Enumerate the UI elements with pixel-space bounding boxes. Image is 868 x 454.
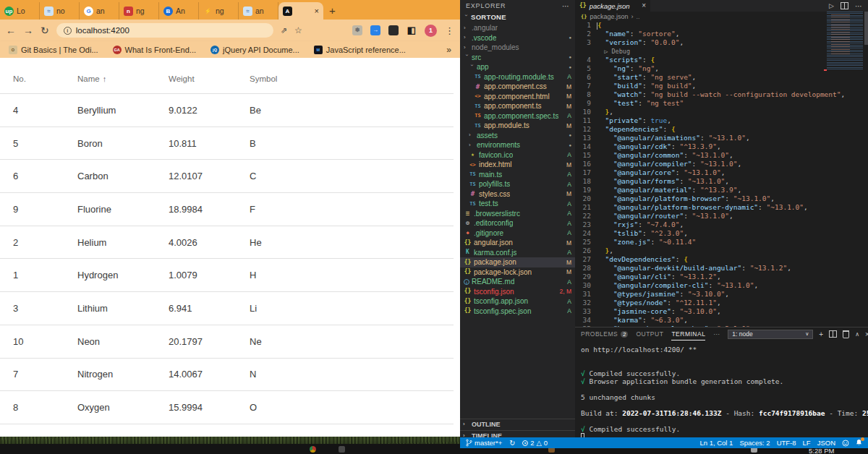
git-branch-item[interactable]: master*+ (466, 439, 502, 447)
breadcrumb-item[interactable]: package.json (590, 13, 628, 20)
share-icon[interactable]: ⇗ (281, 26, 287, 35)
tree-folder-.angular[interactable]: ›.angular (460, 23, 575, 33)
browser-tab[interactable]: nng (119, 2, 159, 20)
browser-tab-active[interactable]: A× (278, 2, 323, 20)
tab-close-icon[interactable]: × (315, 7, 319, 15)
browser-tab[interactable]: upLo (0, 2, 40, 20)
tree-folder-app[interactable]: ›app● (460, 62, 575, 72)
tree-file-app-routing.module.ts[interactable]: TSapp-routing.module.tsA (460, 72, 575, 82)
bookmark-item[interactable]: GAWhat Is Front-End... (113, 46, 196, 54)
tree-file-.browserslistrc[interactable]: ≡.browserslistrcA (460, 209, 575, 219)
tree-folder-.vscode[interactable]: ›.vscode● (460, 33, 575, 43)
tree-folder-assets[interactable]: ›assets● (460, 131, 575, 141)
status-indentation[interactable]: Spaces: 2 (739, 439, 770, 447)
bookmark-item[interactable]: jQjQuery API Docume... (210, 46, 299, 54)
tree-file-test.ts[interactable]: TStest.tsA (460, 199, 575, 209)
status-cursor-position[interactable]: Ln 1, Col 1 (699, 439, 733, 447)
tab-package-json[interactable]: {} package.json × (575, 0, 650, 12)
column-header-weight[interactable]: Weight (168, 64, 249, 94)
tree-file-app.component.css[interactable]: #app.component.cssM (460, 82, 575, 92)
site-info-icon[interactable]: i (64, 27, 72, 35)
kill-terminal-icon[interactable] (843, 330, 849, 338)
feedback-smiley-icon[interactable] (842, 440, 849, 447)
reload-icon[interactable]: ↻ (41, 25, 49, 36)
tree-file-favicon.ico[interactable]: ★favicon.icoA (460, 150, 575, 160)
tree-file-angular.json[interactable]: {}angular.jsonM (460, 238, 575, 248)
tree-file-app.component.html[interactable]: <>app.component.htmlM (460, 92, 575, 102)
bookmark-star-icon[interactable]: ☆ (294, 25, 302, 35)
column-header-no[interactable]: No. (0, 64, 77, 94)
tab-close-icon[interactable]: × (642, 2, 646, 9)
status-eol[interactable]: LF (803, 439, 811, 447)
tree-file-package-lock.json[interactable]: {}package-lock.jsonM (460, 267, 575, 278)
close-panel-icon[interactable]: × (865, 330, 868, 338)
notifications-bell[interactable] (856, 439, 862, 447)
side-panel-icon[interactable]: ◧ (407, 25, 417, 35)
browser-tab[interactable]: ⚡ng (199, 2, 239, 20)
editor-more-icon[interactable]: ⋯ (855, 2, 862, 10)
chrome-taskbar-icon[interactable] (310, 446, 316, 453)
tree-file-app.component.spec.ts[interactable]: TSapp.component.spec.tsA (460, 111, 575, 121)
tab-output[interactable]: OUTPUT (636, 327, 663, 340)
tree-file-tsconfig.json[interactable]: {}tsconfig.json2, M (460, 287, 575, 297)
outline-section[interactable]: › OUTLINE (460, 419, 575, 429)
explorer-more-icon[interactable]: ⋯ (562, 2, 569, 10)
extensions-puzzle-icon[interactable]: ▪ (388, 25, 399, 35)
tree-file-.editorconfig[interactable]: ⚙.editorconfigA (460, 218, 575, 228)
tree-file-app.component.ts[interactable]: TSapp.component.tsM (460, 101, 575, 111)
workspace-section[interactable]: › SORTONE (460, 12, 575, 22)
tree-file-styles.css[interactable]: #styles.cssM (460, 189, 575, 200)
bookmark-item[interactable]: MJavaScript reference... (314, 46, 406, 54)
browser-tab[interactable]: BAn (159, 2, 199, 20)
column-header-symbol[interactable]: Symbol (249, 64, 454, 94)
terminal-output[interactable]: on http://localhost:4200/ **√ Compiled s… (581, 346, 862, 441)
bookmarks-overflow-icon[interactable]: » (446, 45, 451, 55)
forward-icon[interactable]: → (23, 25, 33, 36)
tree-file-.gitignore[interactable]: ◆.gitignoreA (460, 228, 575, 239)
tree-file-main.ts[interactable]: TSmain.tsA (460, 170, 575, 180)
status-encoding[interactable]: UTF-8 (777, 439, 796, 447)
back-icon[interactable]: ← (6, 25, 16, 36)
tree-file-app.module.ts[interactable]: TSapp.module.tsM (460, 121, 575, 131)
sync-item[interactable]: ↻ (509, 439, 515, 447)
profile-avatar[interactable]: 1 (425, 25, 437, 37)
problems-item[interactable]: × 2 △ 0 (522, 439, 548, 447)
editor-scrollbar[interactable] (864, 12, 868, 45)
tree-file-package.json[interactable]: {}package.jsonM (460, 257, 575, 267)
chrome-menu-icon[interactable]: ⋮ (445, 25, 454, 36)
minimap[interactable] (827, 12, 863, 69)
bookmark-item[interactable]: OGit Basics | The Odi... (9, 46, 98, 54)
timeline-section[interactable]: › TIMELINE (460, 430, 575, 437)
tree-file-tsconfig.app.json[interactable]: {}tsconfig.app.jsonA (460, 296, 575, 307)
terminal-shell-select[interactable]: 1: node ∨ (728, 330, 813, 339)
extension-icon[interactable]: → (370, 25, 380, 35)
breadcrumb[interactable]: {} package.json › .. (575, 12, 868, 21)
tree-folder-environments[interactable]: ›environments● (460, 140, 575, 150)
tree-file-tsconfig.spec.json[interactable]: {}tsconfig.spec.jsonA (460, 307, 575, 317)
tab-terminal[interactable]: TERMINAL (671, 327, 705, 340)
taskbar-app-icon[interactable] (339, 446, 345, 453)
browser-tab[interactable]: ≈an (239, 2, 278, 20)
extension-icon[interactable]: ✽ (352, 25, 362, 35)
address-bar[interactable]: i localhost:4200 (56, 23, 273, 38)
maximize-panel-icon[interactable]: ∧ (855, 331, 859, 338)
browser-tab[interactable]: Gan (80, 2, 119, 20)
code-editor[interactable]: 1{2 "name": "sortore",3 "version": "0.0.… (575, 21, 868, 327)
panel-more-icon[interactable]: ⋯ (713, 327, 720, 340)
split-terminal-icon[interactable] (829, 330, 837, 338)
tree-file-karma.conf.js[interactable]: Kkarma.conf.jsA (460, 248, 575, 258)
tab-problems[interactable]: PROBLEMS 2 (581, 327, 628, 340)
tree-file-polyfills.ts[interactable]: TSpolyfills.tsA (460, 179, 575, 189)
new-tab-button[interactable]: + (329, 5, 336, 16)
tree-file-README.md[interactable]: iREADME.mdA (460, 277, 575, 287)
browser-tab[interactable]: ≈no (40, 2, 80, 20)
new-terminal-icon[interactable]: + (819, 330, 823, 338)
status-language-mode[interactable]: JSON (817, 439, 835, 447)
tree-file-index.html[interactable]: <>index.htmlM (460, 160, 575, 170)
column-header-name[interactable]: Name↑ (77, 64, 168, 94)
codelens-debug[interactable]: ▷ Debug (597, 47, 630, 56)
run-icon[interactable]: ▷ (829, 2, 834, 9)
split-editor-icon[interactable] (841, 2, 848, 9)
tree-folder-src[interactable]: ›src● (460, 53, 575, 63)
tree-folder-node_modules[interactable]: ›node_modules (460, 43, 575, 53)
